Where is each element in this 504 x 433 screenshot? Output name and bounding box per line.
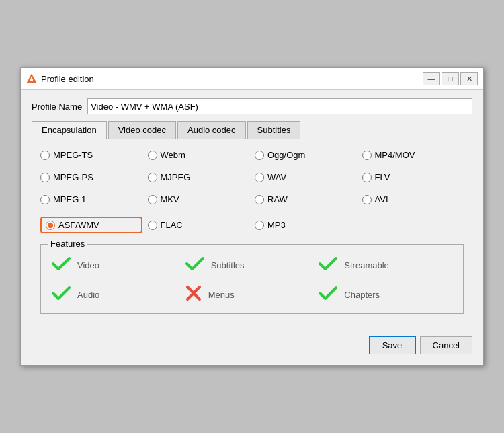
feature-chapters: Chapters [319, 285, 452, 304]
feature-label-video: Video [77, 260, 99, 270]
title-bar: Profile edition — □ ✕ [21, 68, 483, 90]
features-grid: Video Subtitles [52, 255, 452, 304]
check-icon-video [52, 255, 71, 274]
feature-label-audio: Audio [77, 290, 99, 300]
feature-label-streamable: Streamable [344, 260, 388, 270]
option-mpeg-ps[interactable]: MPEG-PS [40, 172, 142, 182]
profile-name-row: Profile Name [32, 98, 472, 114]
check-icon-subtitles [185, 255, 204, 274]
tab-subtitles[interactable]: Subtitles [247, 121, 301, 139]
option-mp4-mov[interactable]: MP4/MOV [362, 150, 464, 160]
feature-label-chapters: Chapters [344, 290, 380, 300]
check-icon-chapters [319, 285, 337, 304]
window-title: Profile edition [41, 74, 423, 84]
feature-label-menus: Menus [208, 290, 235, 300]
features-box: Features Video [40, 244, 464, 314]
option-raw[interactable]: RAW [255, 194, 357, 204]
option-ogg-ogm[interactable]: Ogg/Ogm [255, 150, 357, 160]
feature-audio: Audio [52, 285, 185, 304]
features-legend: Features [48, 239, 87, 249]
svg-point-2 [31, 77, 32, 79]
tab-content-encapsulation: MPEG-TS Webm Ogg/Ogm MP4/MOV MPEG-PS MJP… [32, 139, 472, 325]
save-button[interactable]: Save [369, 336, 416, 354]
option-mpeg-ts[interactable]: MPEG-TS [40, 150, 142, 160]
tab-video-codec[interactable]: Video codec [108, 121, 176, 139]
option-flac[interactable]: FLAC [148, 216, 250, 233]
empty-cell [362, 216, 464, 233]
profile-name-label: Profile Name [32, 102, 82, 112]
check-icon-audio [52, 285, 71, 304]
option-webm[interactable]: Webm [148, 150, 250, 160]
minimize-button[interactable]: — [423, 72, 440, 85]
tabs-bar: Encapsulation Video codec Audio codec Su… [32, 121, 472, 139]
feature-menus: Menus [185, 285, 319, 304]
button-row: Save Cancel [32, 336, 472, 354]
window-body: Profile Name Encapsulation Video codec A… [21, 90, 483, 365]
encapsulation-options: MPEG-TS Webm Ogg/Ogm MP4/MOV MPEG-PS MJP… [40, 150, 464, 233]
feature-subtitles: Subtitles [185, 255, 319, 274]
check-icon-streamable [319, 255, 337, 274]
cross-icon-menus [185, 285, 202, 304]
cancel-button[interactable]: Cancel [420, 336, 472, 354]
option-mkv[interactable]: MKV [148, 194, 250, 204]
feature-label-subtitles: Subtitles [211, 260, 245, 270]
feature-video: Video [52, 255, 185, 274]
option-mjpeg[interactable]: MJPEG [148, 172, 250, 182]
svg-rect-1 [30, 79, 33, 81]
option-mpeg1[interactable]: MPEG 1 [40, 194, 142, 204]
option-wav[interactable]: WAV [255, 172, 357, 182]
option-avi[interactable]: AVI [362, 194, 464, 204]
feature-streamable: Streamable [319, 255, 452, 274]
window-controls: — □ ✕ [423, 72, 478, 85]
option-asf-wmv[interactable]: ASF/WMV [40, 216, 142, 233]
maximize-button[interactable]: □ [442, 72, 459, 85]
main-window: Profile edition — □ ✕ Profile Name Encap… [20, 67, 484, 366]
profile-name-input[interactable] [87, 98, 472, 114]
close-button[interactable]: ✕ [460, 72, 478, 85]
option-flv[interactable]: FLV [362, 172, 464, 182]
option-mp3[interactable]: MP3 [255, 216, 357, 233]
tab-audio-codec[interactable]: Audio codec [177, 121, 246, 139]
vlc-icon [26, 73, 37, 84]
tab-encapsulation[interactable]: Encapsulation [32, 121, 107, 139]
